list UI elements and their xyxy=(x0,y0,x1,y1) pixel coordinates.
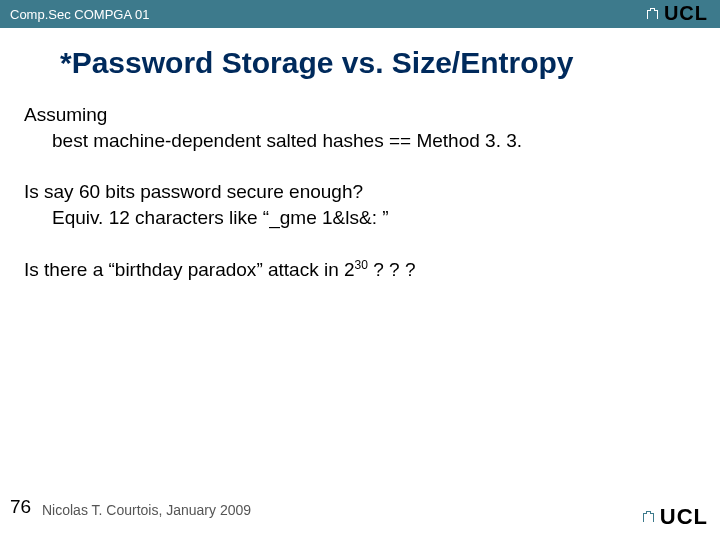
slide-body: Assuming best machine-dependent salted h… xyxy=(0,80,720,283)
p2-line1: Is say 60 bits password secure enough? xyxy=(24,179,690,205)
p1-line1: Assuming xyxy=(24,102,690,128)
ucl-logo-top: ⛫ UCL xyxy=(646,2,708,25)
p3-text-a: Is there a xyxy=(24,259,109,280)
paragraph-1: Assuming best machine-dependent salted h… xyxy=(24,102,690,153)
p2-line2: Equiv. 12 characters like “_gme 1&ls&: ” xyxy=(24,205,690,231)
p2-text-b: _gme 1&ls&: xyxy=(269,207,382,228)
dome-icon: ⛫ xyxy=(646,6,662,22)
p2-text-a: Equiv. 12 characters like xyxy=(52,207,263,228)
course-code: Comp.Sec COMPGA 01 xyxy=(10,7,149,22)
dome-icon: ⛫ xyxy=(642,509,658,525)
paragraph-3: Is there a “birthday paradox” attack in … xyxy=(24,257,690,283)
slide-number: 76 xyxy=(10,496,31,518)
ucl-logo-text: UCL xyxy=(664,2,708,25)
ucl-logo-bottom: ⛫ UCL xyxy=(642,504,708,530)
header-bar: Comp.Sec COMPGA 01 ⛫ UCL xyxy=(0,0,720,28)
p3-text-b: birthday paradox xyxy=(115,259,257,280)
exponent: 30 xyxy=(355,258,368,272)
p3-text-c: attack in 2 xyxy=(263,259,355,280)
slide-title: *Password Storage vs. Size/Entropy xyxy=(0,28,720,80)
close-quote-icon: ” xyxy=(382,207,388,228)
p3-text-d: ? ? ? xyxy=(368,259,416,280)
ucl-logo-text: UCL xyxy=(660,504,708,530)
p1-line2: best machine-dependent salted hashes == … xyxy=(24,128,690,154)
footer-author: Nicolas T. Courtois, January 2009 xyxy=(42,502,251,518)
paragraph-2: Is say 60 bits password secure enough? E… xyxy=(24,179,690,230)
